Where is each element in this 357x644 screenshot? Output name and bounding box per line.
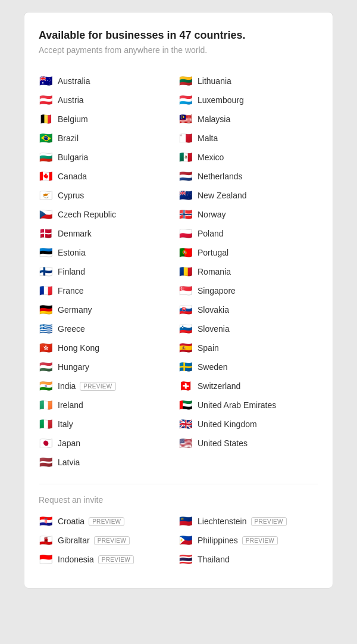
country-name: Austria (58, 95, 84, 105)
country-name: Gibraltar (58, 536, 90, 545)
flag-icon: 🇭🇺 (39, 362, 53, 372)
country-name: Thailand (198, 555, 230, 564)
country-name: Slovakia (198, 305, 229, 315)
flag-icon: 🇧🇬 (39, 152, 53, 163)
list-item: 🇮🇩 Indonesia PREVIEW (39, 550, 178, 569)
country-name: Germany (58, 305, 92, 315)
section-divider (39, 484, 318, 484)
list-item: 🇫🇷 France (39, 281, 178, 300)
flag-icon: 🇯🇵 (39, 438, 53, 449)
list-item: 🇨🇭 Switzerland (178, 377, 318, 396)
list-item: 🇬🇮 Gibraltar PREVIEW (39, 531, 178, 550)
flag-icon: 🇪🇪 (39, 247, 53, 258)
flag-icon: 🇱🇮 (178, 516, 193, 527)
list-item: 🇸🇰 Slovakia (178, 300, 318, 319)
flag-icon: 🇭🇷 (39, 516, 53, 527)
country-name: Cyprus (58, 191, 84, 200)
flag-icon: 🇵🇭 (178, 535, 193, 546)
flag-icon: 🇲🇾 (178, 114, 193, 125)
country-name: Australia (58, 76, 90, 86)
country-name: Liechtenstein (198, 517, 247, 526)
invite-section-label: Request an invite (39, 495, 318, 505)
country-name: New Zealand (198, 191, 247, 200)
preview-badge: PREVIEW (251, 517, 287, 526)
preview-badge: PREVIEW (89, 517, 124, 526)
country-name: Malaysia (198, 114, 230, 124)
country-name: Poland (198, 229, 224, 238)
country-name: Indonesia (58, 555, 94, 564)
list-item: 🇱🇮 Liechtenstein PREVIEW (178, 512, 318, 531)
flag-icon: 🇨🇭 (178, 381, 193, 391)
list-item: 🇫🇮 Finland (39, 262, 178, 281)
country-name: Malta (198, 133, 218, 143)
flag-icon: 🇸🇮 (178, 323, 193, 334)
list-item: 🇮🇹 Italy (39, 415, 178, 434)
flag-icon: 🇱🇹 (178, 76, 193, 86)
list-item: 🇭🇷 Croatia PREVIEW (39, 512, 178, 531)
flag-icon: 🇪🇸 (178, 343, 193, 353)
country-name: Romania (198, 267, 231, 276)
list-item: 🇱🇺 Luxembourg (178, 91, 318, 110)
country-name: United Kingdom (198, 419, 257, 429)
list-item: 🇨🇦 Canada (39, 167, 178, 186)
country-name: Czech Republic (58, 210, 116, 219)
list-item: 🇧🇷 Brazil (39, 129, 178, 148)
preview-badge: PREVIEW (80, 382, 115, 391)
flag-icon: 🇩🇪 (39, 304, 53, 315)
list-item: 🇸🇬 Singapore (178, 281, 318, 300)
flag-icon: 🇨🇦 (39, 171, 53, 182)
flag-icon: 🇵🇹 (178, 247, 193, 258)
country-name: Spain (198, 343, 219, 353)
country-name: Bulgaria (58, 153, 88, 162)
list-item: 🇱🇹 Lithuania (178, 71, 318, 91)
flag-icon: 🇬🇷 (39, 323, 53, 334)
list-item: 🇪🇸 Spain (178, 338, 318, 357)
country-name: Slovenia (198, 324, 230, 334)
flag-icon: 🇬🇮 (39, 535, 53, 546)
flag-icon: 🇲🇹 (178, 133, 193, 144)
flag-icon: 🇵🇱 (178, 228, 193, 239)
flag-icon: 🇮🇳 (39, 381, 53, 391)
flag-icon: 🇬🇧 (178, 419, 193, 430)
flag-icon: 🇮🇹 (39, 419, 53, 430)
country-name: Singapore (198, 286, 236, 295)
list-item: 🇦🇹 Austria (39, 91, 178, 110)
country-name: France (58, 286, 84, 295)
list-item: 🇨🇾 Cyprus (39, 186, 178, 205)
header-subtitle: Accept payments from anywhere in the wor… (39, 45, 318, 55)
flag-icon: 🇸🇬 (178, 285, 193, 296)
country-name: Netherlands (198, 172, 243, 181)
flag-icon: 🇮🇪 (39, 400, 53, 410)
list-item: 🇦🇪 United Arab Emirates (178, 396, 318, 415)
list-item: 🇸🇪 Sweden (178, 357, 318, 377)
country-name: Luxembourg (198, 95, 244, 105)
country-name: Latvia (58, 458, 80, 467)
list-item: 🇲🇹 Malta (178, 129, 318, 148)
flag-icon: 🇩🇰 (39, 228, 53, 239)
countries-grid: 🇦🇺 Australia 🇱🇹 Lithuania 🇦🇹 Austria 🇱🇺 … (39, 71, 318, 472)
country-name: United States (198, 438, 248, 448)
list-item: 🇲🇽 Mexico (178, 148, 318, 167)
list-item: 🇬🇧 United Kingdom (178, 415, 318, 434)
list-item: 🇳🇱 Netherlands (178, 167, 318, 186)
country-name: Hungary (58, 362, 89, 372)
flag-icon: 🇸🇪 (178, 362, 193, 372)
flag-icon: 🇲🇽 (178, 152, 193, 163)
country-name: Ireland (58, 400, 83, 410)
list-item: 🇵🇱 Poland (178, 224, 318, 243)
country-name: Mexico (198, 153, 224, 162)
country-name: Philippines (198, 536, 238, 545)
list-item: 🇨🇿 Czech Republic (39, 205, 178, 224)
list-item: 🇩🇰 Denmark (39, 224, 178, 243)
flag-icon: 🇦🇪 (178, 400, 193, 410)
flag-icon: 🇷🇴 (178, 266, 193, 277)
main-card: Available for businesses in 47 countries… (24, 12, 333, 589)
country-name: Greece (58, 324, 85, 334)
country-name: Canada (58, 172, 87, 181)
list-item: 🇭🇺 Hungary (39, 357, 178, 377)
flag-icon: 🇳🇴 (178, 209, 193, 220)
country-name: Norway (198, 210, 226, 219)
flag-icon: 🇦🇺 (39, 76, 53, 86)
flag-icon: 🇸🇰 (178, 304, 193, 315)
country-name: Brazil (58, 133, 79, 143)
